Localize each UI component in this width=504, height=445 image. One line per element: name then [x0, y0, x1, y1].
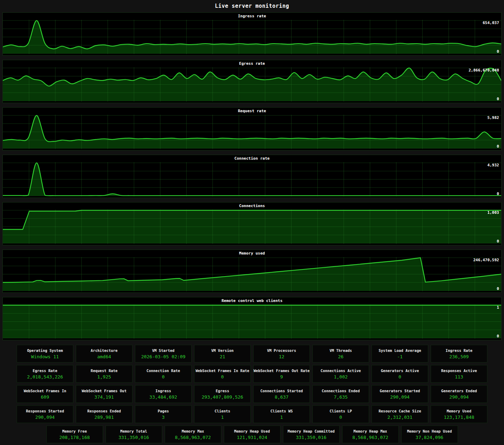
stat-label: Clients WS — [270, 409, 293, 413]
stat-label: Responses Active — [441, 369, 477, 373]
y-axis-max-label: 5,982 — [487, 115, 499, 120]
chart-panel-egress-rate: Egress rate2,866,670,0480 — [2, 60, 502, 103]
stat-card-vm-processors: VM Processors12 — [253, 345, 310, 363]
stat-label: Generators Started — [380, 389, 420, 393]
stat-value: 1,002 — [334, 374, 347, 380]
stat-value: 0 — [398, 374, 401, 380]
stat-card-vm-started: VM Started2026-03-05 02:09 — [135, 345, 192, 363]
stat-value: 290,094 — [449, 394, 469, 400]
stat-card-system-load-average: System Load Average-1 — [372, 345, 428, 363]
chart-panel-memory-used: Memory used246,470,5920 — [2, 250, 502, 293]
stat-value: 289,981 — [95, 415, 114, 420]
stat-card-connections-ended: Connections Ended7,635 — [312, 385, 369, 403]
stat-card-generators-active: Generators Active0 — [372, 365, 428, 383]
y-axis-max-label: 2,866,670,048 — [469, 68, 499, 73]
stat-value: 113 — [455, 374, 463, 380]
stat-label: WebSocket Frames Out Rate — [254, 369, 310, 373]
stat-label: Ingress — [155, 389, 171, 393]
chart-title: Connection rate — [3, 155, 501, 162]
stat-value: 1 — [221, 415, 224, 420]
stat-value: 0 — [162, 374, 165, 380]
stat-value: 0 — [221, 374, 224, 380]
stat-card-connections-active: Connections Active1,002 — [312, 365, 369, 383]
y-axis-min-label: 0 — [497, 97, 499, 101]
stat-value: 3 — [162, 415, 165, 420]
stat-label: Ingress Rate — [446, 348, 472, 353]
stat-label: Responses Ended — [87, 409, 121, 413]
chart-plot-area — [3, 257, 501, 291]
stat-label: Connection Rate — [147, 369, 180, 373]
stat-card-request-rate: Request Rate1,925 — [76, 365, 132, 383]
stat-value: 8,568,963,072 — [352, 435, 389, 440]
chart-plot-area — [3, 304, 501, 339]
chart-plot-area — [3, 115, 501, 149]
y-axis-max-label: 1 — [497, 305, 499, 310]
stat-value: 290,094 — [35, 415, 55, 420]
stat-value: 33,484,692 — [149, 394, 177, 400]
stat-value: Windows 11 — [31, 354, 59, 359]
stat-label: WebSocket Frames Out — [82, 389, 126, 393]
stat-card-generators-ended: Generators Ended290,094 — [431, 385, 487, 403]
stat-label: Request Rate — [91, 369, 118, 373]
stat-card-websocket-frames-out-rate: WebSocket Frames Out Rate9 — [253, 365, 310, 383]
stat-card-websocket-frames-in: WebSocket Frames In609 — [17, 385, 73, 403]
chart-panel-connection-rate: Connection rate4,9320 — [2, 155, 502, 198]
stat-value: 293,407,809,526 — [202, 394, 243, 400]
stats-row-5: Memory Free208,178,168Memory Total331,35… — [0, 426, 504, 443]
request-rate-chart — [3, 115, 501, 149]
chart-plot-area — [3, 210, 501, 244]
stat-card-resource-cache-size: Resource Cache Size2,312,031 — [372, 405, 428, 423]
stat-label: Memory Free — [62, 429, 87, 433]
stat-label: Egress — [216, 389, 229, 393]
stat-card-pages: Pages3 — [135, 405, 192, 423]
stat-card-architecture: Architectureamd64 — [76, 345, 132, 363]
dashboard: Live server monitoring Ingress rate654,0… — [0, 0, 504, 445]
stats-row-4: Responses Started290,094Responses Ended2… — [0, 405, 504, 423]
stat-value: 2,312,031 — [387, 415, 412, 420]
stat-label: Clients LP — [329, 409, 352, 413]
stat-label: Pages — [158, 409, 169, 413]
stat-card-memory-heap-committed: Memory Heap Committed331,350,016 — [283, 426, 340, 443]
stat-card-clients-lp: Clients LP0 — [312, 405, 369, 423]
y-axis-max-label: 246,470,592 — [473, 258, 499, 262]
charts-container: Ingress rate654,0370Egress rate2,866,670… — [0, 12, 504, 340]
connection-rate-chart — [3, 162, 501, 196]
stat-label: Responses Started — [26, 409, 64, 413]
stat-card-connections-started: Connections Started8,637 — [253, 385, 310, 403]
y-axis-min-label: 0 — [497, 49, 499, 54]
stat-value: 331,350,016 — [296, 435, 326, 440]
stat-value: 1 — [280, 415, 283, 420]
stat-value: 8,568,963,072 — [175, 435, 211, 440]
chart-title: Connections — [3, 202, 501, 210]
chart-title: Request rate — [3, 108, 501, 115]
stat-card-memory-total: Memory Total331,350,016 — [106, 426, 162, 443]
stat-value: 12 — [279, 354, 284, 359]
y-axis-min-label: 0 — [497, 286, 499, 291]
stat-label: Operating System — [27, 348, 63, 353]
stat-value: 0 — [339, 415, 342, 420]
stat-card-memory-used: Memory Used123,171,848 — [431, 405, 487, 423]
stat-value: -1 — [397, 354, 403, 359]
stat-value: 7,635 — [334, 394, 347, 400]
stat-value: 121,931,024 — [237, 435, 267, 440]
stat-label: WebSocket Frames In Rate — [196, 369, 249, 373]
stat-value: 2,018,543,226 — [27, 374, 63, 380]
chart-title: Ingress rate — [3, 13, 501, 20]
chart-title: Egress rate — [3, 60, 501, 67]
chart-plot-area — [3, 162, 501, 196]
y-axis-min-label: 0 — [497, 192, 499, 196]
remote-control-web-clients-chart — [3, 304, 501, 339]
memory-used-chart — [3, 257, 501, 291]
stat-value: 9 — [280, 374, 283, 380]
stat-value: 290,094 — [390, 394, 410, 400]
stat-label: WebSocket Frames In — [24, 389, 66, 393]
stat-card-websocket-frames-in-rate: WebSocket Frames In Rate0 — [194, 365, 251, 383]
connections-chart — [3, 210, 501, 244]
y-axis-max-label: 1,003 — [487, 210, 499, 215]
stat-value: 2026-03-05 02:09 — [141, 354, 185, 359]
stat-card-connection-rate: Connection Rate0 — [135, 365, 192, 383]
stat-label: Memory Used — [447, 409, 471, 413]
stat-card-generators-started: Generators Started290,094 — [372, 385, 428, 403]
stat-label: Memory Total — [120, 429, 147, 433]
stat-value: amd64 — [97, 354, 111, 359]
